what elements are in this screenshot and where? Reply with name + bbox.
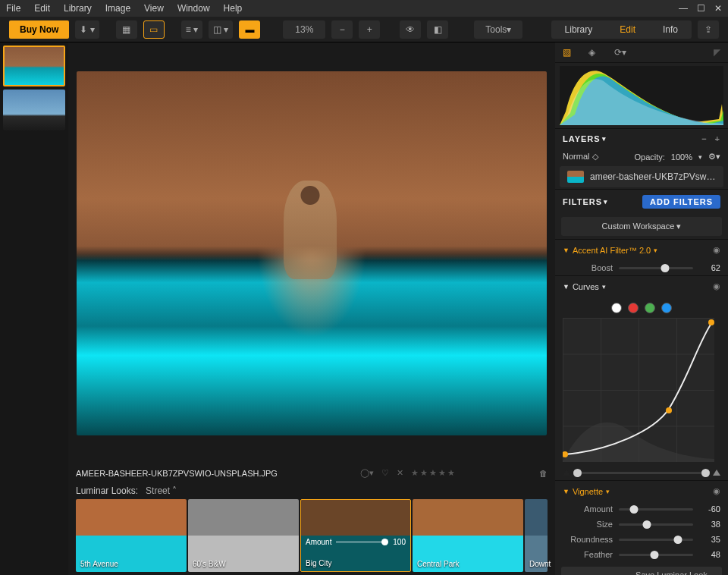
thumbnail-2[interactable] bbox=[3, 90, 65, 130]
vignette-feather-value: 48 bbox=[699, 550, 720, 559]
export-button[interactable]: ⬇ ▾ bbox=[75, 20, 99, 39]
opacity-value[interactable]: 100% bbox=[671, 152, 692, 162]
photo-preview bbox=[77, 71, 547, 435]
vignette-amount-slider[interactable] bbox=[619, 508, 693, 511]
close-icon[interactable]: ✕ bbox=[714, 3, 722, 14]
curves-graph[interactable] bbox=[563, 318, 714, 462]
curve-channel-blue[interactable] bbox=[661, 303, 672, 313]
vignette-feather-slider[interactable] bbox=[619, 554, 693, 556]
histogram[interactable] bbox=[560, 66, 723, 125]
vignette-header[interactable]: ▼Vignette▾ ◉ bbox=[555, 481, 728, 501]
look-preset-1[interactable]: 5th Avenue bbox=[76, 499, 187, 572]
history-tab-icon[interactable]: ⟳▾ bbox=[614, 47, 628, 58]
looks-category-dropdown[interactable]: Street ˄ bbox=[146, 485, 177, 496]
buy-now-button[interactable]: Buy Now bbox=[9, 20, 69, 39]
grid-view-button[interactable]: ▦ bbox=[116, 20, 137, 39]
vignette-amount-label: Amount bbox=[563, 504, 613, 514]
curve-channel-rgb[interactable] bbox=[611, 303, 622, 313]
vignette-visibility-icon[interactable]: ◉ bbox=[713, 486, 720, 496]
curves-range-slider[interactable] bbox=[555, 465, 728, 480]
curve-channel-red[interactable] bbox=[628, 303, 639, 313]
accent-visibility-icon[interactable]: ◉ bbox=[713, 245, 720, 255]
compare-button[interactable]: ◫ ▾ bbox=[209, 20, 233, 39]
canvas[interactable] bbox=[68, 42, 555, 463]
histogram-tab-icon[interactable]: ▧ bbox=[563, 47, 576, 58]
looks-strip: 5th Avenue 60's B&W Amount100 Big City C… bbox=[68, 499, 555, 575]
color-tag-icon[interactable]: ◯▾ bbox=[360, 468, 374, 478]
menu-library[interactable]: Library bbox=[64, 3, 92, 14]
single-view-button[interactable]: ▭ bbox=[143, 20, 165, 39]
right-panel: ▧ ◈ ⟳▾ ◤ LAYERS▾ −+ Normal ◇ Opacity: bbox=[555, 42, 728, 575]
menu-help[interactable]: Help bbox=[224, 3, 243, 14]
tab-info[interactable]: Info bbox=[649, 20, 692, 39]
svg-point-2 bbox=[708, 319, 714, 325]
look-preset-5[interactable]: Downt bbox=[525, 499, 548, 572]
opacity-label: Opacity: bbox=[635, 152, 665, 162]
vignette-roundness-slider[interactable] bbox=[619, 539, 693, 541]
histogram-left-clip-icon[interactable]: ◤ bbox=[714, 47, 720, 58]
zoom-level[interactable]: 13% bbox=[283, 20, 325, 39]
vignette-size-slider[interactable] bbox=[619, 523, 693, 526]
favorite-icon[interactable]: ♡ bbox=[381, 468, 389, 478]
vignette-size-value: 38 bbox=[699, 520, 720, 529]
list-mode-button[interactable]: ≡ ▾ bbox=[181, 20, 202, 39]
layers-tab-icon[interactable]: ◈ bbox=[588, 47, 602, 58]
menu-view[interactable]: View bbox=[144, 3, 164, 14]
workspace-dropdown[interactable]: Custom Workspace ▾ bbox=[561, 217, 722, 236]
thumbnail-1[interactable] bbox=[3, 46, 65, 86]
layers-header[interactable]: LAYERS▾ −+ bbox=[555, 129, 728, 149]
look-preset-3[interactable]: Amount100 Big City bbox=[300, 499, 411, 572]
layer-settings-icon[interactable]: ⚙▾ bbox=[708, 152, 720, 162]
menu-image[interactable]: Image bbox=[105, 3, 130, 14]
minimize-icon[interactable]: — bbox=[679, 3, 688, 14]
layer-add-icon[interactable]: + bbox=[715, 134, 720, 143]
save-look-button[interactable]: Save Luminar Look... bbox=[561, 567, 722, 575]
vignette-roundness-label: Roundness bbox=[563, 535, 613, 544]
share-button[interactable]: ⇪ bbox=[698, 20, 719, 39]
file-info-bar: AMEER-BASHEER-UKB7ZPVSWIO-UNSPLASH.JPG ◯… bbox=[68, 463, 555, 482]
vignette-feather-label: Feather bbox=[563, 550, 613, 559]
rating-stars[interactable]: ★★★★★ bbox=[411, 468, 457, 478]
boost-slider[interactable] bbox=[619, 267, 693, 269]
boost-label: Boost bbox=[563, 263, 613, 272]
svg-point-1 bbox=[666, 407, 672, 413]
layer-thumb-icon bbox=[567, 171, 584, 183]
curve-channel-green[interactable] bbox=[645, 303, 655, 313]
vignette-amount-value: -60 bbox=[699, 504, 720, 514]
look-preset-4[interactable]: Central Park bbox=[413, 499, 523, 572]
layer-remove-icon[interactable]: − bbox=[701, 134, 707, 143]
blend-mode-dropdown[interactable]: Normal ◇ bbox=[563, 152, 598, 162]
toolbar: Buy Now ⬇ ▾ ▦ ▭ ≡ ▾ ◫ ▾ ▬ 13% − + 👁 ◧ To… bbox=[0, 17, 728, 42]
filename-label: AMEER-BASHEER-UKB7ZPVSWIO-UNSPLASH.JPG bbox=[76, 469, 278, 478]
curves-visibility-icon[interactable]: ◉ bbox=[713, 281, 720, 291]
white-point-icon[interactable] bbox=[713, 470, 720, 476]
black-point-icon[interactable] bbox=[563, 470, 570, 476]
add-filters-button[interactable]: Add Filters bbox=[642, 195, 720, 209]
layer-item[interactable]: ameer-basheer-UKB7zPVswIo-uns... bbox=[560, 166, 723, 187]
vignette-roundness-value: 35 bbox=[699, 535, 720, 544]
layer-name: ameer-basheer-UKB7zPVswIo-uns... bbox=[590, 171, 716, 182]
reject-icon[interactable]: ✕ bbox=[397, 468, 403, 478]
before-after-button[interactable]: ◧ bbox=[427, 20, 448, 39]
maximize-icon[interactable]: ☐ bbox=[697, 3, 705, 14]
menu-window[interactable]: Window bbox=[177, 3, 210, 14]
menu-file[interactable]: File bbox=[6, 3, 20, 14]
filmstrip-button[interactable]: ▬ bbox=[239, 20, 260, 39]
preview-toggle-button[interactable]: 👁 bbox=[400, 20, 421, 39]
curves-header[interactable]: ▼Curves▾ ◉ bbox=[555, 276, 728, 297]
menu-edit[interactable]: Edit bbox=[34, 3, 50, 14]
tab-library[interactable]: Library bbox=[551, 20, 607, 39]
look-preset-2[interactable]: 60's B&W bbox=[188, 499, 299, 572]
tab-edit[interactable]: Edit bbox=[606, 20, 649, 39]
zoom-in-button[interactable]: + bbox=[359, 20, 380, 39]
filmstrip bbox=[0, 42, 68, 575]
mode-tabs: Library Edit Info bbox=[551, 20, 692, 39]
looks-bar: Luminar Looks: Street ˄ bbox=[68, 482, 555, 499]
accent-ai-header[interactable]: ▼Accent AI Filter™ 2.0▾ ◉ bbox=[555, 240, 728, 260]
looks-title: Luminar Looks: bbox=[76, 485, 138, 496]
filters-header[interactable]: FILTERS▾ Add Filters bbox=[555, 190, 728, 214]
menu-bar: File Edit Library Image View Window Help… bbox=[0, 0, 728, 17]
zoom-out-button[interactable]: − bbox=[331, 20, 353, 39]
trash-icon[interactable]: 🗑 bbox=[539, 469, 548, 478]
tools-menu[interactable]: Tools ▾ bbox=[474, 20, 522, 39]
